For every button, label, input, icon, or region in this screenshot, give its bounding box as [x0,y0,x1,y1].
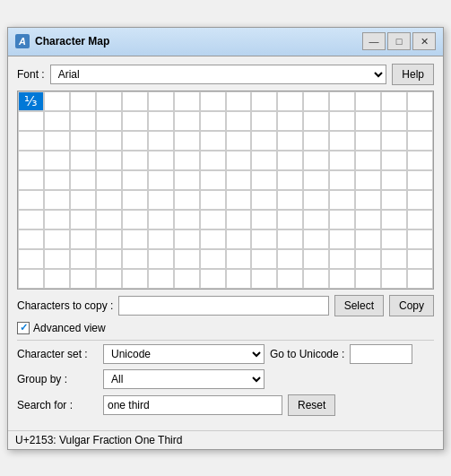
char-cell[interactable] [407,269,433,289]
char-cell[interactable] [200,210,226,229]
close-button[interactable]: ✕ [412,32,436,50]
char-cell[interactable] [122,229,148,249]
char-cell[interactable] [303,151,329,170]
char-cell[interactable] [251,249,277,269]
char-cell[interactable] [407,91,433,111]
char-cell[interactable] [18,210,44,229]
char-cell[interactable] [200,229,226,249]
char-cell[interactable] [355,111,381,131]
char-cell[interactable] [122,151,148,170]
char-cell[interactable] [381,111,407,131]
char-cell[interactable] [226,111,252,131]
char-cell[interactable] [303,229,329,249]
char-cell[interactable] [329,91,355,111]
char-cell[interactable] [329,229,355,249]
char-cell[interactable] [407,170,433,190]
char-cell[interactable] [18,131,44,151]
char-cell[interactable] [329,249,355,269]
char-cell[interactable] [251,151,277,170]
char-cell[interactable] [174,229,200,249]
char-cell[interactable] [44,229,70,249]
char-cell[interactable] [122,91,148,111]
char-cell[interactable] [44,91,70,111]
char-cell[interactable] [200,249,226,269]
char-cell[interactable] [96,249,122,269]
char-cell[interactable] [174,269,200,289]
char-cell[interactable] [96,170,122,190]
char-cell[interactable] [18,111,44,131]
char-cell[interactable] [96,229,122,249]
char-cell[interactable] [407,151,433,170]
char-cell[interactable] [251,229,277,249]
char-cell[interactable] [200,91,226,111]
char-cell[interactable] [251,111,277,131]
char-cell[interactable] [277,91,303,111]
char-cell[interactable] [174,249,200,269]
char-cell[interactable] [407,131,433,151]
char-cell[interactable] [381,151,407,170]
char-cell[interactable] [70,269,96,289]
char-cell[interactable] [303,269,329,289]
char-cell[interactable] [148,190,174,210]
select-button[interactable]: Select [334,295,384,316]
char-cell[interactable] [277,249,303,269]
char-cell[interactable] [18,190,44,210]
char-cell[interactable] [381,229,407,249]
char-cell[interactable] [277,210,303,229]
groupby-select[interactable]: All [103,369,265,389]
char-cell[interactable] [277,190,303,210]
char-cell[interactable] [96,91,122,111]
char-cell[interactable] [148,269,174,289]
char-cell[interactable] [122,170,148,190]
char-cell[interactable] [329,210,355,229]
char-cell[interactable] [251,91,277,111]
search-input[interactable] [103,395,282,415]
char-cell[interactable] [277,170,303,190]
reset-button[interactable]: Reset [288,394,335,416]
char-cell[interactable] [329,131,355,151]
chars-to-copy-input[interactable] [118,296,328,316]
char-cell[interactable] [44,190,70,210]
char-cell[interactable] [355,229,381,249]
char-cell[interactable] [200,151,226,170]
font-select[interactable]: Arial [50,65,387,84]
char-cell[interactable] [18,170,44,190]
char-cell[interactable] [70,229,96,249]
char-cell[interactable] [329,151,355,170]
char-cell[interactable] [200,111,226,131]
char-cell[interactable] [18,249,44,269]
char-cell[interactable] [44,131,70,151]
char-cell[interactable] [70,249,96,269]
char-cell[interactable] [148,131,174,151]
char-cell[interactable] [44,249,70,269]
char-cell[interactable] [70,190,96,210]
char-cell[interactable] [148,111,174,131]
char-cell[interactable] [355,190,381,210]
char-cell[interactable] [18,151,44,170]
char-cell[interactable] [355,210,381,229]
char-cell[interactable] [355,269,381,289]
char-cell[interactable] [381,190,407,210]
char-cell[interactable] [70,170,96,190]
char-cell[interactable] [70,151,96,170]
char-cell[interactable] [303,91,329,111]
char-cell[interactable] [122,269,148,289]
char-cell[interactable] [96,131,122,151]
char-cell[interactable] [277,151,303,170]
char-cell[interactable] [226,131,252,151]
char-cell[interactable] [44,151,70,170]
char-cell[interactable] [122,111,148,131]
char-cell[interactable] [329,269,355,289]
char-cell[interactable] [355,151,381,170]
char-cell[interactable] [226,91,252,111]
char-cell[interactable] [174,190,200,210]
char-cell[interactable] [381,91,407,111]
copy-button[interactable]: Copy [389,295,434,316]
char-cell[interactable] [251,170,277,190]
char-cell[interactable] [251,269,277,289]
char-cell[interactable] [122,249,148,269]
char-cell[interactable] [355,170,381,190]
char-cell[interactable] [18,269,44,289]
char-cell[interactable] [70,210,96,229]
char-cell[interactable] [381,269,407,289]
